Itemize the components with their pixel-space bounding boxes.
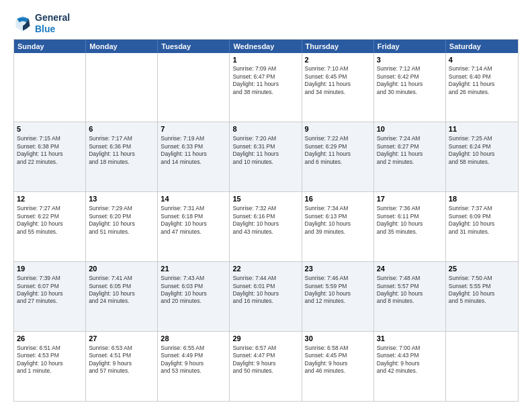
day-number: 10	[377, 124, 443, 134]
day-info-line: Sunset: 5:59 PM	[305, 283, 371, 290]
day-header-thursday: Thursday	[302, 40, 374, 53]
day-info-line: Daylight: 10 hours	[377, 220, 443, 228]
day-info-line: Sunrise: 7:46 AM	[305, 275, 371, 282]
day-info-line: Sunrise: 7:44 AM	[232, 275, 298, 282]
day-info-line: Sunset: 6:05 PM	[89, 283, 154, 290]
day-number: 31	[377, 334, 443, 344]
day-info-line: Sunset: 6:42 PM	[377, 73, 443, 81]
day-info-line: Sunrise: 7:48 AM	[377, 275, 443, 282]
day-number: 20	[89, 264, 154, 274]
day-cell-28: 28Sunrise: 6:55 AMSunset: 4:49 PMDayligh…	[158, 332, 230, 401]
day-info-line: and 24 minutes.	[89, 298, 154, 305]
day-info-line: Sunset: 6:45 PM	[305, 73, 371, 81]
day-info-line: Sunrise: 7:09 AM	[232, 65, 298, 73]
day-info-line: Daylight: 10 hours	[17, 220, 83, 228]
day-info-line: Daylight: 10 hours	[161, 290, 226, 298]
day-number: 7	[161, 124, 226, 134]
day-info-line: Sunset: 6:20 PM	[89, 213, 154, 220]
day-number: 1	[232, 55, 298, 65]
day-number: 19	[17, 264, 83, 274]
day-cell-8: 8Sunrise: 7:20 AMSunset: 6:31 PMDaylight…	[230, 122, 302, 191]
day-info-line: Sunset: 6:18 PM	[161, 213, 226, 220]
day-info-line: Daylight: 9 hours	[305, 360, 371, 367]
day-number: 30	[305, 334, 371, 344]
day-number: 25	[449, 264, 515, 274]
day-info-line: and 18 minutes.	[89, 158, 154, 166]
day-cell-22: 22Sunrise: 7:44 AMSunset: 6:01 PMDayligh…	[230, 262, 302, 331]
empty-cell	[158, 53, 230, 122]
day-cell-2: 2Sunrise: 7:10 AMSunset: 6:45 PMDaylight…	[302, 53, 374, 122]
day-info-line: Daylight: 10 hours	[449, 220, 515, 228]
day-info-line: Sunset: 6:24 PM	[449, 143, 515, 150]
day-number: 3	[377, 55, 443, 65]
day-info-line: Sunrise: 7:20 AM	[232, 135, 298, 142]
day-info-line: Daylight: 10 hours	[232, 220, 298, 228]
day-info-line: Daylight: 9 hours	[232, 360, 298, 367]
day-cell-17: 17Sunrise: 7:36 AMSunset: 6:11 PMDayligh…	[374, 192, 446, 261]
day-info-line: Sunset: 6:22 PM	[17, 213, 83, 220]
day-info-line: Sunrise: 7:24 AM	[377, 135, 443, 142]
day-info-line: Sunrise: 7:39 AM	[17, 275, 83, 282]
day-number: 5	[17, 124, 83, 134]
day-cell-29: 29Sunrise: 6:57 AMSunset: 4:47 PMDayligh…	[230, 332, 302, 401]
day-info-line: Daylight: 10 hours	[89, 290, 154, 298]
day-info-line: Daylight: 11 hours	[161, 150, 226, 158]
day-info-line: Sunrise: 7:17 AM	[89, 135, 154, 142]
day-info-line: Sunset: 6:03 PM	[161, 283, 226, 290]
day-info-line: Sunset: 4:43 PM	[377, 352, 443, 359]
day-info-line: Daylight: 10 hours	[232, 290, 298, 298]
day-info-line: Daylight: 9 hours	[161, 360, 226, 367]
day-info-line: Sunset: 6:01 PM	[232, 283, 298, 290]
day-number: 8	[232, 124, 298, 134]
day-info-line: Sunrise: 7:36 AM	[377, 205, 443, 212]
day-cell-10: 10Sunrise: 7:24 AMSunset: 6:27 PMDayligh…	[374, 122, 446, 191]
day-info-line: Daylight: 11 hours	[305, 81, 371, 88]
day-info-line: and 38 minutes.	[232, 89, 298, 96]
day-cell-27: 27Sunrise: 6:53 AMSunset: 4:51 PMDayligh…	[86, 332, 158, 401]
day-info-line: Sunrise: 7:43 AM	[161, 275, 226, 282]
calendar-row-4: 19Sunrise: 7:39 AMSunset: 6:07 PMDayligh…	[14, 261, 518, 331]
day-info-line: Sunset: 5:57 PM	[377, 283, 443, 290]
day-info-line: and 12 minutes.	[305, 298, 371, 305]
day-cell-6: 6Sunrise: 7:17 AMSunset: 6:36 PMDaylight…	[86, 122, 158, 191]
day-number: 6	[89, 124, 154, 134]
day-info-line: Sunrise: 7:10 AM	[305, 65, 371, 73]
day-number: 17	[377, 194, 443, 204]
day-info-line: and 50 minutes.	[232, 367, 298, 375]
day-info-line: Sunrise: 6:55 AM	[161, 345, 226, 352]
day-info-line: Sunset: 6:09 PM	[449, 213, 515, 220]
calendar-row-2: 5Sunrise: 7:15 AMSunset: 6:38 PMDaylight…	[14, 122, 518, 191]
day-info-line: Sunrise: 7:25 AM	[449, 135, 515, 142]
day-number: 16	[305, 194, 371, 204]
day-info-line: Daylight: 10 hours	[17, 290, 83, 298]
logo: GeneralBlue	[13, 12, 70, 35]
day-info-line: Sunrise: 6:58 AM	[305, 345, 371, 352]
day-info-line: Daylight: 10 hours	[377, 290, 443, 298]
day-info-line: Sunset: 6:36 PM	[89, 143, 154, 150]
day-cell-30: 30Sunrise: 6:58 AMSunset: 4:45 PMDayligh…	[302, 332, 374, 401]
day-info-line: and 27 minutes.	[17, 298, 83, 305]
day-info-line: Sunrise: 7:12 AM	[377, 65, 443, 73]
day-info-line: and 35 minutes.	[377, 228, 443, 236]
day-cell-15: 15Sunrise: 7:32 AMSunset: 6:16 PMDayligh…	[230, 192, 302, 261]
day-info-line: Sunset: 6:27 PM	[377, 143, 443, 150]
day-cell-24: 24Sunrise: 7:48 AMSunset: 5:57 PMDayligh…	[374, 262, 446, 331]
day-info-line: and 20 minutes.	[161, 298, 226, 305]
day-number: 13	[89, 194, 154, 204]
day-info-line: Daylight: 9 hours	[377, 360, 443, 367]
day-cell-1: 1Sunrise: 7:09 AMSunset: 6:47 PMDaylight…	[230, 53, 302, 122]
day-info-line: Sunrise: 7:22 AM	[305, 135, 371, 142]
logo-text: GeneralBlue	[35, 12, 70, 35]
day-info-line: and 2 minutes.	[377, 158, 443, 166]
day-info-line: and 6 minutes.	[305, 158, 371, 166]
day-info-line: Sunrise: 7:15 AM	[17, 135, 83, 142]
day-info-line: Sunrise: 7:32 AM	[232, 205, 298, 212]
day-info-line: Sunset: 6:07 PM	[17, 283, 83, 290]
header: GeneralBlue	[13, 12, 519, 35]
day-info-line: and 1 minute.	[17, 367, 83, 375]
day-info-line: and 39 minutes.	[305, 228, 371, 236]
day-info-line: Sunset: 6:38 PM	[17, 143, 83, 150]
day-number: 11	[449, 124, 515, 134]
day-info-line: Daylight: 10 hours	[449, 150, 515, 158]
day-number: 22	[232, 264, 298, 274]
